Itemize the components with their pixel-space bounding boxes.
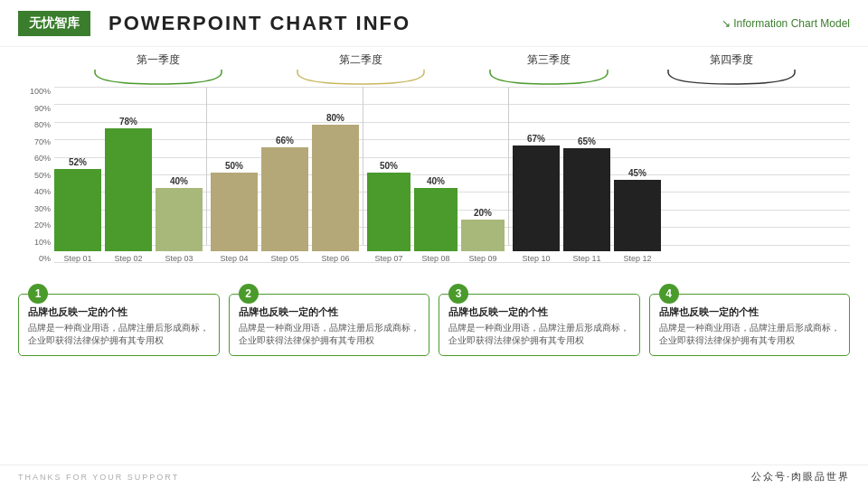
bar-item-step02: 78% Step 02 bbox=[105, 117, 152, 264]
header-title: POWERPOINT CHART INFO bbox=[108, 12, 722, 35]
bar-step12 bbox=[614, 180, 661, 251]
q3-bars: 50% Step 07 40% Step 08 20% Step 09 bbox=[367, 161, 505, 264]
quarter-labels-row: 第一季度 第二季度 第三季度 bbox=[18, 47, 850, 87]
bar-step04 bbox=[211, 173, 258, 252]
chart-area: 0% 10% 20% 30% 40% 50% 60% 70% 80% 90% 1… bbox=[18, 87, 850, 281]
header-subtitle: ↘ Information Chart Model bbox=[722, 17, 850, 30]
q4-bars: 67% Step 10 65% Step 11 45% Step 12 bbox=[513, 134, 661, 263]
header: 无忧智库 POWERPOINT CHART INFO ↘ Information… bbox=[0, 0, 868, 47]
bar-item-step03: 40% Step 03 bbox=[156, 176, 203, 263]
quarter-4-brace bbox=[659, 68, 804, 86]
bar-step02 bbox=[105, 128, 152, 252]
y-axis: 0% 10% 20% 30% 40% 50% 60% 70% 80% 90% 1… bbox=[18, 87, 54, 263]
bar-item-step10: 67% Step 10 bbox=[513, 134, 560, 263]
bar-item-step01: 52% Step 01 bbox=[54, 157, 101, 263]
info-box-3: 3 品牌也反映一定的个性 品牌是一种商业用语，品牌注册后形成商标，企业即获得法律… bbox=[439, 294, 640, 356]
quarter-4-label: 第四季度 bbox=[641, 52, 822, 87]
bar-item-step08: 40% Step 08 bbox=[414, 176, 458, 263]
bar-step03 bbox=[156, 188, 203, 251]
brand-tag: 无忧智库 bbox=[18, 11, 90, 36]
bar-item-step11: 65% Step 11 bbox=[563, 136, 610, 263]
q1-bars: 52% Step 01 78% Step 02 40% Step 03 bbox=[54, 117, 203, 264]
bar-item-step12: 45% Step 12 bbox=[614, 168, 661, 263]
quarter-1-brace bbox=[86, 68, 231, 86]
info-box-1: 1 品牌也反映一定的个性 品牌是一种商业用语，品牌注册后形成商标，企业即获得法律… bbox=[18, 294, 220, 356]
bar-step05 bbox=[261, 147, 308, 252]
quarter-3-brace bbox=[481, 68, 617, 86]
bar-step08 bbox=[414, 188, 458, 251]
sep-3 bbox=[508, 87, 509, 245]
bar-step07 bbox=[367, 173, 410, 252]
info-box-4: 4 品牌也反映一定的个性 品牌是一种商业用语，品牌注册后形成商标，企业即获得法律… bbox=[649, 294, 851, 356]
main-content: 第一季度 第二季度 第三季度 bbox=[0, 47, 868, 356]
quarter-2-brace bbox=[288, 68, 433, 86]
bar-item-step06: 80% Step 06 bbox=[312, 113, 359, 263]
bar-item-step07: 50% Step 07 bbox=[367, 161, 410, 264]
bar-step09 bbox=[461, 220, 505, 251]
quarter-3-label: 第三季度 bbox=[465, 52, 632, 87]
sep-2 bbox=[363, 87, 363, 245]
bar-item-step09: 20% Step 09 bbox=[461, 208, 505, 263]
bar-item-step05: 66% Step 05 bbox=[261, 136, 308, 264]
bar-step10 bbox=[513, 145, 560, 251]
bar-step01 bbox=[54, 169, 101, 251]
chart-plot: 52% Step 01 78% Step 02 40% Step 03 bbox=[54, 87, 850, 281]
footer-thanks: THANKS FOR YOUR SUPPORT bbox=[18, 473, 179, 482]
footer-wechat: 公众号·肉眼品世界 bbox=[751, 470, 850, 483]
bars-row: 52% Step 01 78% Step 02 40% Step 03 bbox=[54, 87, 850, 281]
bar-step11 bbox=[563, 148, 610, 251]
quarter-1-label: 第一季度 bbox=[63, 52, 253, 87]
bar-item-step04: 50% Step 04 bbox=[211, 161, 258, 264]
footer: THANKS FOR YOUR SUPPORT 公众号·肉眼品世界 bbox=[0, 465, 868, 488]
sep-1 bbox=[206, 87, 207, 245]
quarter-2-label: 第二季度 bbox=[266, 52, 456, 87]
bar-step06 bbox=[312, 125, 359, 251]
q2-bars: 50% Step 04 66% Step 05 80% Step 06 bbox=[211, 113, 359, 263]
info-box-2: 2 品牌也反映一定的个性 品牌是一种商业用语，品牌注册后形成商标，企业即获得法律… bbox=[229, 294, 430, 356]
info-boxes: 1 品牌也反映一定的个性 品牌是一种商业用语，品牌注册后形成商标，企业即获得法律… bbox=[18, 281, 850, 356]
